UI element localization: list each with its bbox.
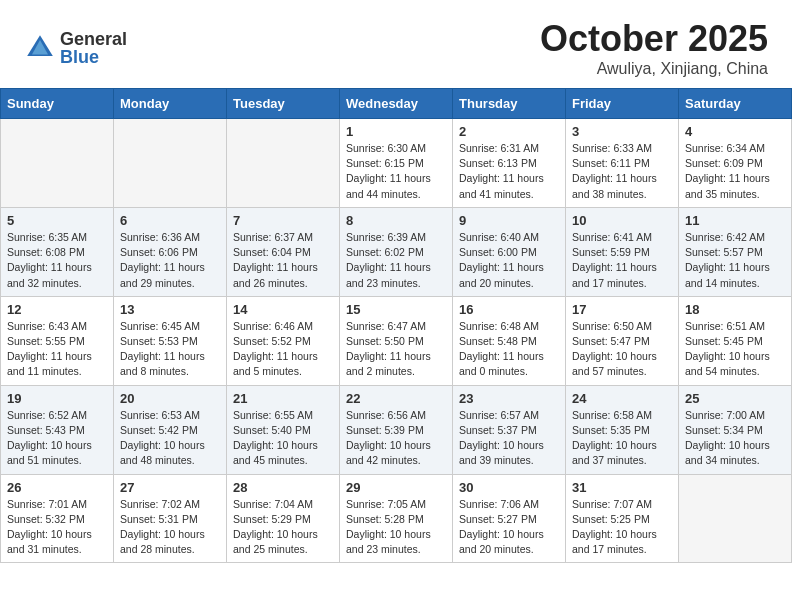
calendar-cell — [227, 119, 340, 208]
cell-sun-info: Sunrise: 7:00 AMSunset: 5:34 PMDaylight:… — [685, 408, 785, 469]
calendar-table: SundayMondayTuesdayWednesdayThursdayFrid… — [0, 88, 792, 563]
calendar-cell — [679, 474, 792, 563]
calendar-cell: 23Sunrise: 6:57 AMSunset: 5:37 PMDayligh… — [453, 385, 566, 474]
calendar-cell: 28Sunrise: 7:04 AMSunset: 5:29 PMDayligh… — [227, 474, 340, 563]
cell-sun-info: Sunrise: 6:52 AMSunset: 5:43 PMDaylight:… — [7, 408, 107, 469]
day-number: 13 — [120, 302, 220, 317]
cell-sun-info: Sunrise: 6:58 AMSunset: 5:35 PMDaylight:… — [572, 408, 672, 469]
cell-sun-info: Sunrise: 6:34 AMSunset: 6:09 PMDaylight:… — [685, 141, 785, 202]
calendar-cell: 31Sunrise: 7:07 AMSunset: 5:25 PMDayligh… — [566, 474, 679, 563]
calendar-cell: 30Sunrise: 7:06 AMSunset: 5:27 PMDayligh… — [453, 474, 566, 563]
cell-sun-info: Sunrise: 7:05 AMSunset: 5:28 PMDaylight:… — [346, 497, 446, 558]
calendar-cell: 18Sunrise: 6:51 AMSunset: 5:45 PMDayligh… — [679, 296, 792, 385]
day-number: 3 — [572, 124, 672, 139]
day-number: 18 — [685, 302, 785, 317]
day-number: 27 — [120, 480, 220, 495]
calendar-cell: 19Sunrise: 6:52 AMSunset: 5:43 PMDayligh… — [1, 385, 114, 474]
weekday-header-row: SundayMondayTuesdayWednesdayThursdayFrid… — [1, 89, 792, 119]
calendar-cell: 29Sunrise: 7:05 AMSunset: 5:28 PMDayligh… — [340, 474, 453, 563]
day-number: 12 — [7, 302, 107, 317]
calendar-cell: 9Sunrise: 6:40 AMSunset: 6:00 PMDaylight… — [453, 207, 566, 296]
cell-sun-info: Sunrise: 6:37 AMSunset: 6:04 PMDaylight:… — [233, 230, 333, 291]
day-number: 1 — [346, 124, 446, 139]
weekday-header-saturday: Saturday — [679, 89, 792, 119]
calendar-week-row: 12Sunrise: 6:43 AMSunset: 5:55 PMDayligh… — [1, 296, 792, 385]
day-number: 31 — [572, 480, 672, 495]
calendar-cell: 22Sunrise: 6:56 AMSunset: 5:39 PMDayligh… — [340, 385, 453, 474]
calendar-cell: 11Sunrise: 6:42 AMSunset: 5:57 PMDayligh… — [679, 207, 792, 296]
calendar-cell: 16Sunrise: 6:48 AMSunset: 5:48 PMDayligh… — [453, 296, 566, 385]
calendar-cell: 21Sunrise: 6:55 AMSunset: 5:40 PMDayligh… — [227, 385, 340, 474]
calendar-week-row: 5Sunrise: 6:35 AMSunset: 6:08 PMDaylight… — [1, 207, 792, 296]
page-location: Awuliya, Xinjiang, China — [540, 60, 768, 78]
calendar-week-row: 19Sunrise: 6:52 AMSunset: 5:43 PMDayligh… — [1, 385, 792, 474]
cell-sun-info: Sunrise: 7:02 AMSunset: 5:31 PMDaylight:… — [120, 497, 220, 558]
cell-sun-info: Sunrise: 6:53 AMSunset: 5:42 PMDaylight:… — [120, 408, 220, 469]
day-number: 2 — [459, 124, 559, 139]
day-number: 11 — [685, 213, 785, 228]
calendar-cell: 14Sunrise: 6:46 AMSunset: 5:52 PMDayligh… — [227, 296, 340, 385]
calendar-cell — [1, 119, 114, 208]
cell-sun-info: Sunrise: 6:42 AMSunset: 5:57 PMDaylight:… — [685, 230, 785, 291]
cell-sun-info: Sunrise: 7:04 AMSunset: 5:29 PMDaylight:… — [233, 497, 333, 558]
weekday-header-tuesday: Tuesday — [227, 89, 340, 119]
day-number: 15 — [346, 302, 446, 317]
cell-sun-info: Sunrise: 6:48 AMSunset: 5:48 PMDaylight:… — [459, 319, 559, 380]
calendar-cell — [114, 119, 227, 208]
calendar-cell: 17Sunrise: 6:50 AMSunset: 5:47 PMDayligh… — [566, 296, 679, 385]
page-header: General Blue October 2025 Awuliya, Xinji… — [0, 0, 792, 88]
weekday-header-sunday: Sunday — [1, 89, 114, 119]
weekday-header-friday: Friday — [566, 89, 679, 119]
calendar-cell: 4Sunrise: 6:34 AMSunset: 6:09 PMDaylight… — [679, 119, 792, 208]
cell-sun-info: Sunrise: 6:39 AMSunset: 6:02 PMDaylight:… — [346, 230, 446, 291]
cell-sun-info: Sunrise: 6:35 AMSunset: 6:08 PMDaylight:… — [7, 230, 107, 291]
day-number: 10 — [572, 213, 672, 228]
cell-sun-info: Sunrise: 6:57 AMSunset: 5:37 PMDaylight:… — [459, 408, 559, 469]
logo-icon — [24, 32, 56, 64]
day-number: 29 — [346, 480, 446, 495]
calendar-cell: 27Sunrise: 7:02 AMSunset: 5:31 PMDayligh… — [114, 474, 227, 563]
day-number: 5 — [7, 213, 107, 228]
day-number: 30 — [459, 480, 559, 495]
calendar-cell: 3Sunrise: 6:33 AMSunset: 6:11 PMDaylight… — [566, 119, 679, 208]
cell-sun-info: Sunrise: 6:50 AMSunset: 5:47 PMDaylight:… — [572, 319, 672, 380]
page-title: October 2025 — [540, 18, 768, 60]
cell-sun-info: Sunrise: 6:30 AMSunset: 6:15 PMDaylight:… — [346, 141, 446, 202]
cell-sun-info: Sunrise: 6:36 AMSunset: 6:06 PMDaylight:… — [120, 230, 220, 291]
calendar-cell: 25Sunrise: 7:00 AMSunset: 5:34 PMDayligh… — [679, 385, 792, 474]
calendar-cell: 15Sunrise: 6:47 AMSunset: 5:50 PMDayligh… — [340, 296, 453, 385]
calendar-cell: 24Sunrise: 6:58 AMSunset: 5:35 PMDayligh… — [566, 385, 679, 474]
day-number: 20 — [120, 391, 220, 406]
cell-sun-info: Sunrise: 7:01 AMSunset: 5:32 PMDaylight:… — [7, 497, 107, 558]
cell-sun-info: Sunrise: 6:31 AMSunset: 6:13 PMDaylight:… — [459, 141, 559, 202]
calendar-cell: 8Sunrise: 6:39 AMSunset: 6:02 PMDaylight… — [340, 207, 453, 296]
day-number: 6 — [120, 213, 220, 228]
weekday-header-monday: Monday — [114, 89, 227, 119]
day-number: 24 — [572, 391, 672, 406]
calendar-cell: 20Sunrise: 6:53 AMSunset: 5:42 PMDayligh… — [114, 385, 227, 474]
calendar-cell: 7Sunrise: 6:37 AMSunset: 6:04 PMDaylight… — [227, 207, 340, 296]
cell-sun-info: Sunrise: 6:51 AMSunset: 5:45 PMDaylight:… — [685, 319, 785, 380]
cell-sun-info: Sunrise: 6:40 AMSunset: 6:00 PMDaylight:… — [459, 230, 559, 291]
calendar-cell: 6Sunrise: 6:36 AMSunset: 6:06 PMDaylight… — [114, 207, 227, 296]
day-number: 26 — [7, 480, 107, 495]
day-number: 8 — [346, 213, 446, 228]
weekday-header-wednesday: Wednesday — [340, 89, 453, 119]
cell-sun-info: Sunrise: 6:55 AMSunset: 5:40 PMDaylight:… — [233, 408, 333, 469]
cell-sun-info: Sunrise: 7:06 AMSunset: 5:27 PMDaylight:… — [459, 497, 559, 558]
calendar-cell: 13Sunrise: 6:45 AMSunset: 5:53 PMDayligh… — [114, 296, 227, 385]
calendar-week-row: 1Sunrise: 6:30 AMSunset: 6:15 PMDaylight… — [1, 119, 792, 208]
calendar-cell: 1Sunrise: 6:30 AMSunset: 6:15 PMDaylight… — [340, 119, 453, 208]
cell-sun-info: Sunrise: 7:07 AMSunset: 5:25 PMDaylight:… — [572, 497, 672, 558]
cell-sun-info: Sunrise: 6:41 AMSunset: 5:59 PMDaylight:… — [572, 230, 672, 291]
day-number: 9 — [459, 213, 559, 228]
day-number: 16 — [459, 302, 559, 317]
day-number: 4 — [685, 124, 785, 139]
cell-sun-info: Sunrise: 6:43 AMSunset: 5:55 PMDaylight:… — [7, 319, 107, 380]
cell-sun-info: Sunrise: 6:47 AMSunset: 5:50 PMDaylight:… — [346, 319, 446, 380]
day-number: 7 — [233, 213, 333, 228]
calendar-cell: 26Sunrise: 7:01 AMSunset: 5:32 PMDayligh… — [1, 474, 114, 563]
cell-sun-info: Sunrise: 6:46 AMSunset: 5:52 PMDaylight:… — [233, 319, 333, 380]
calendar-week-row: 26Sunrise: 7:01 AMSunset: 5:32 PMDayligh… — [1, 474, 792, 563]
logo: General Blue — [24, 30, 127, 66]
